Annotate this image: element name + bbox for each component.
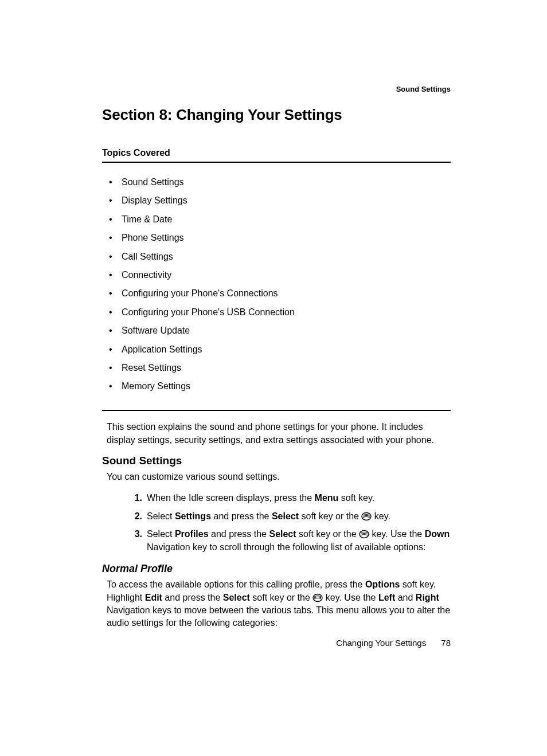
bold-text: Left xyxy=(378,593,395,602)
list-item: Application Settings xyxy=(109,340,451,359)
page-number: 78 xyxy=(441,638,451,648)
divider xyxy=(102,410,451,411)
list-item: Software Update xyxy=(109,322,451,340)
sound-settings-heading: Sound Settings xyxy=(102,455,451,467)
bold-text: Select xyxy=(269,529,296,539)
running-head: Sound Settings xyxy=(102,85,451,93)
text: Select xyxy=(147,529,175,539)
text: and xyxy=(395,593,416,602)
step-item: When the Idle screen displays, press the… xyxy=(127,489,451,507)
list-item: Configuring your Phone's Connections xyxy=(109,284,451,303)
ok-key-icon xyxy=(361,512,372,521)
topics-covered-label: Topics Covered xyxy=(102,148,451,158)
normal-profile-heading: Normal Profile xyxy=(102,563,451,575)
page-footer: Changing Your Settings 78 xyxy=(0,638,451,648)
text: key. Use the xyxy=(323,593,378,602)
text: soft key or the xyxy=(250,593,312,602)
list-item: Time & Date xyxy=(109,210,451,229)
footer-label: Changing Your Settings xyxy=(336,638,426,648)
divider xyxy=(102,162,451,163)
text: and press the xyxy=(162,593,223,602)
sound-settings-lead: You can customize various sound settings… xyxy=(107,471,451,483)
page: Sound Settings Section 8: Changing Your … xyxy=(0,0,547,630)
text: Navigation keys to move between the vari… xyxy=(107,605,450,628)
bold-text: Down xyxy=(425,529,450,539)
text: When the Idle screen displays, press the xyxy=(147,493,315,503)
text: To access the available options for this… xyxy=(107,579,365,589)
text: and press the xyxy=(209,529,269,539)
text: and press the xyxy=(211,511,272,521)
list-item: Reset Settings xyxy=(109,359,451,377)
step-item: Select Profiles and press the Select sof… xyxy=(127,525,451,556)
bold-text: Settings xyxy=(175,511,211,521)
list-item: Memory Settings xyxy=(109,377,451,395)
text: soft key or the xyxy=(296,529,359,539)
ok-key-icon xyxy=(359,530,369,539)
list-item: Call Settings xyxy=(109,248,451,266)
list-item: Sound Settings xyxy=(109,173,451,191)
section-title: Section 8: Changing Your Settings xyxy=(102,106,451,124)
list-item: Connectivity xyxy=(109,266,451,284)
ok-key-icon xyxy=(312,593,323,602)
bold-text: Right xyxy=(416,593,439,602)
list-item: Configuring your Phone's USB Connection xyxy=(109,303,451,322)
text: key. xyxy=(372,511,390,521)
step-item: Select Settings and press the Select sof… xyxy=(127,507,451,525)
bold-text: Select xyxy=(223,593,250,602)
bold-text: Options xyxy=(365,579,400,589)
topics-list: Sound Settings Display Settings Time & D… xyxy=(109,173,451,396)
list-item: Phone Settings xyxy=(109,229,451,247)
text: soft key. xyxy=(338,493,374,503)
bold-text: Profiles xyxy=(175,529,209,539)
intro-paragraph: This section explains the sound and phon… xyxy=(107,420,451,446)
bold-text: Menu xyxy=(315,493,339,503)
text: Navigation key to scroll through the fol… xyxy=(147,542,426,552)
list-item: Display Settings xyxy=(109,191,451,210)
bold-text: Select xyxy=(272,511,299,521)
text: soft key or the xyxy=(299,511,361,521)
text: key. Use the xyxy=(369,529,425,539)
normal-profile-paragraph: To access the available options for this… xyxy=(107,578,451,630)
bold-text: Edit xyxy=(145,593,162,602)
text: Select xyxy=(147,511,175,521)
sound-settings-steps: When the Idle screen displays, press the… xyxy=(127,489,451,556)
